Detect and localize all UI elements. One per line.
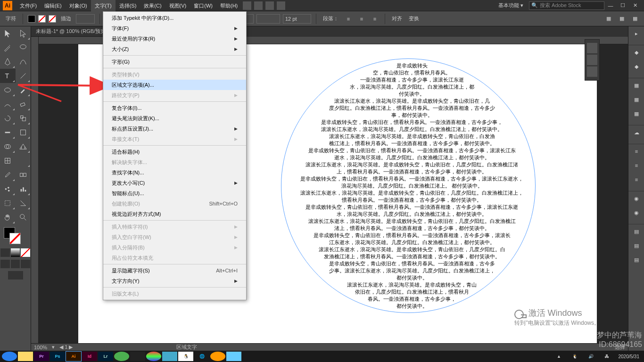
- type-menu-item[interactable]: 区域文字选项(A)...: [103, 80, 246, 90]
- rotate-tool[interactable]: [0, 111, 16, 125]
- tray-network-icon[interactable]: 🖧: [600, 352, 615, 361]
- taskbar-lightroom-icon[interactable]: Lr: [98, 352, 113, 361]
- type-menu-item[interactable]: 最近使用的字体(R): [103, 33, 246, 44]
- swatches-panel-icon[interactable]: ▦: [628, 78, 644, 92]
- stroke-color-swatch[interactable]: [9, 233, 21, 244]
- stock-search[interactable]: 🔍 搜索 Adobe Stock: [529, 1, 604, 10]
- document-tab[interactable]: 未标题-1* @ 100% (RGB/预览): [31, 26, 112, 37]
- restore-icon[interactable]: ☐: [617, 0, 629, 11]
- layers-panel-icon[interactable]: ▤: [628, 224, 644, 239]
- taskbar-app-3-icon[interactable]: [146, 352, 161, 361]
- draw-behind[interactable]: [11, 260, 20, 268]
- menu-item-4[interactable]: 选择(S): [116, 0, 140, 11]
- paintbrush-tool[interactable]: [16, 83, 31, 97]
- type-menu-item[interactable]: 字形(G): [103, 57, 246, 67]
- panel-icon-c[interactable]: [587, 66, 597, 77]
- gradient-panel-icon[interactable]: ≡: [628, 158, 644, 173]
- font-style-dropdown[interactable]: [256, 14, 280, 24]
- type-menu-item[interactable]: 避头尾法则设置(K)...: [103, 113, 246, 123]
- symbols-panel-icon[interactable]: ▦: [628, 107, 644, 121]
- taskbar-browser-icon[interactable]: [2, 352, 17, 361]
- panel-icon-1[interactable]: ▦: [603, 14, 614, 24]
- color-guide-panel-icon[interactable]: ◆: [628, 59, 644, 74]
- hand-tool[interactable]: [0, 210, 16, 224]
- type-menu-item[interactable]: 添加 Typekit 中的字体(D)...: [103, 13, 246, 23]
- brushes-panel-icon[interactable]: ▦: [628, 92, 644, 107]
- type-menu-item[interactable]: 更改大小写(C): [103, 178, 246, 188]
- minimize-icon[interactable]: —: [604, 0, 617, 11]
- shaper-tool[interactable]: [0, 97, 16, 111]
- artboards-panel-icon[interactable]: ▤: [628, 253, 644, 267]
- line-segment-tool[interactable]: [16, 69, 31, 83]
- taskbar-app-4-icon[interactable]: [162, 352, 177, 361]
- type-menu-item[interactable]: 大小(Z): [103, 44, 246, 54]
- draw-normal[interactable]: [0, 260, 10, 268]
- zoom-tool[interactable]: [16, 210, 31, 224]
- transparency-panel-icon[interactable]: ≡: [628, 173, 644, 187]
- menu-item-5[interactable]: 效果(C): [140, 0, 165, 11]
- graphic-styles-panel-icon[interactable]: ◉: [628, 206, 644, 220]
- mesh-tool[interactable]: [0, 154, 16, 168]
- menu-item-0[interactable]: 文件(F): [16, 0, 41, 11]
- magic-wand-tool[interactable]: [0, 41, 16, 55]
- color-panel-icon[interactable]: ◆: [628, 45, 644, 59]
- fill-swatch[interactable]: [28, 15, 35, 23]
- properties-panel-icon[interactable]: ▸: [628, 26, 644, 41]
- shape-builder-tool[interactable]: [0, 140, 16, 154]
- taskbar-app-1-icon[interactable]: [114, 352, 129, 361]
- taskbar-indesign-icon[interactable]: Id: [82, 352, 97, 361]
- panel-icon-2[interactable]: ▦: [617, 14, 627, 24]
- draw-inside[interactable]: [21, 260, 30, 268]
- align-left-icon[interactable]: ≡: [343, 14, 354, 24]
- screen-mode[interactable]: [8, 271, 23, 280]
- area-type-text[interactable]: 是非成败转头空，青山依旧在，惯看秋月春风。一壶浊酒喜相逢，古今多少事，滚滚长江东…: [281, 58, 536, 313]
- taskbar-illustrator-icon[interactable]: Ai: [66, 352, 81, 361]
- eyedropper-tool[interactable]: [0, 168, 16, 182]
- color-mode-solid[interactable]: [0, 248, 10, 257]
- taskbar-photoshop-icon[interactable]: Ps: [50, 352, 65, 361]
- taskbar-notes-icon[interactable]: [226, 352, 241, 361]
- taskbar-chrome-icon[interactable]: 🌐: [194, 352, 209, 361]
- taskbar-app-5-icon[interactable]: [210, 352, 225, 361]
- align-center-icon[interactable]: ≡: [356, 14, 367, 24]
- taskbar-explorer-icon[interactable]: [18, 352, 33, 361]
- bridge-icon[interactable]: [243, 1, 251, 10]
- free-transform-tool[interactable]: [16, 125, 31, 140]
- type-menu-item[interactable]: 适合标题(H): [103, 147, 246, 157]
- type-tool[interactable]: T: [0, 69, 16, 83]
- artboard-tool[interactable]: [0, 196, 16, 210]
- blend-tool[interactable]: [16, 168, 31, 182]
- type-menu-item[interactable]: 复合字体(I)...: [103, 103, 246, 113]
- eraser-tool[interactable]: [16, 97, 31, 111]
- tray-volume-icon[interactable]: 🔊: [584, 352, 599, 361]
- type-menu-item[interactable]: 智能标点(U)...: [103, 188, 246, 198]
- libraries-panel-icon[interactable]: ☁: [628, 125, 644, 140]
- appearance-panel-icon[interactable]: ◉: [628, 191, 644, 206]
- arrange-icon[interactable]: [265, 1, 274, 10]
- align-right-icon[interactable]: ≡: [370, 14, 380, 24]
- color-mode-gradient[interactable]: [11, 248, 20, 257]
- pen-tool[interactable]: [0, 55, 16, 69]
- stock-icon[interactable]: [254, 1, 263, 10]
- ellipse-tool[interactable]: [0, 83, 16, 97]
- panel-icon-b[interactable]: [587, 55, 597, 65]
- perspective-grid-tool[interactable]: [16, 140, 31, 154]
- scale-tool[interactable]: [16, 111, 31, 125]
- taskbar-premiere-icon[interactable]: Pr: [34, 352, 49, 361]
- menu-item-1[interactable]: 编辑(E): [41, 0, 66, 11]
- tray-qq-icon[interactable]: 🐧: [568, 352, 583, 361]
- type-menu-item[interactable]: 显示隐藏字符(S)Alt+Ctrl+I: [103, 265, 246, 276]
- panel-icon-a[interactable]: [587, 43, 597, 53]
- fill-stroke-swatch[interactable]: [0, 227, 31, 248]
- area-type-object[interactable]: 是非成败转头空，青山依旧在，惯看秋月春风。一壶浊酒喜相逢，古今多少事，滚滚长江东…: [281, 58, 536, 313]
- gradient-tool[interactable]: [16, 154, 31, 168]
- menu-item-6[interactable]: 视图(V): [165, 0, 190, 11]
- type-menu-item[interactable]: 文字方向(Y): [103, 276, 246, 286]
- type-menu-item[interactable]: 字体(F): [103, 23, 246, 33]
- stroke-panel-icon[interactable]: ≡: [628, 144, 644, 158]
- slice-tool[interactable]: [16, 196, 31, 210]
- zoom-level[interactable]: 100%: [34, 345, 47, 350]
- selection-tool[interactable]: [0, 26, 16, 41]
- stroke-width-input[interactable]: [76, 14, 95, 24]
- menu-item-7[interactable]: 窗口(W): [190, 0, 216, 11]
